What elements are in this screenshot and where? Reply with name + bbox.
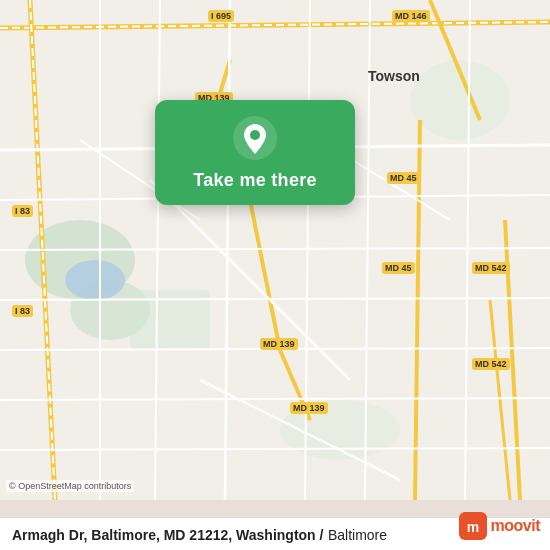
road-label-md542-bottom: MD 542 — [472, 358, 510, 370]
moovit-icon: m — [459, 512, 487, 540]
map-svg — [0, 0, 550, 500]
road-label-md542-top: MD 542 — [472, 262, 510, 274]
road-label-i83-bottom: I 83 — [12, 305, 33, 317]
address-text: Armagh Dr, Baltimore, MD 21212, Washingt… — [12, 527, 323, 543]
svg-point-6 — [65, 260, 125, 300]
location-pin-icon — [233, 116, 277, 160]
bottom-bar: Armagh Dr, Baltimore, MD 21212, Washingt… — [0, 517, 550, 550]
road-label-i695: I 695 — [208, 10, 234, 22]
road-label-md45-mid: MD 45 — [382, 262, 415, 274]
action-card: Take me there — [155, 100, 355, 205]
road-label-md45-top: MD 45 — [387, 172, 420, 184]
moovit-logo: m moovit — [459, 512, 540, 540]
take-me-there-button[interactable]: Take me there — [193, 170, 317, 191]
svg-text:m: m — [466, 519, 478, 535]
road-label-md139-lower: MD 139 — [260, 338, 298, 350]
city-text: Baltimore — [328, 527, 387, 543]
map-container: I 695 I 83 I 83 MD 139 MD 139 MD 139 MD … — [0, 0, 550, 550]
road-label-md146: MD 146 — [392, 10, 430, 22]
road-label-i83-top: I 83 — [12, 205, 33, 217]
place-label-towson: Towson — [368, 68, 420, 84]
svg-point-37 — [250, 130, 260, 140]
moovit-text-label: moovit — [491, 517, 540, 535]
road-label-md139-bottom: MD 139 — [290, 402, 328, 414]
map-attribution: © OpenStreetMap contributors — [6, 480, 134, 492]
